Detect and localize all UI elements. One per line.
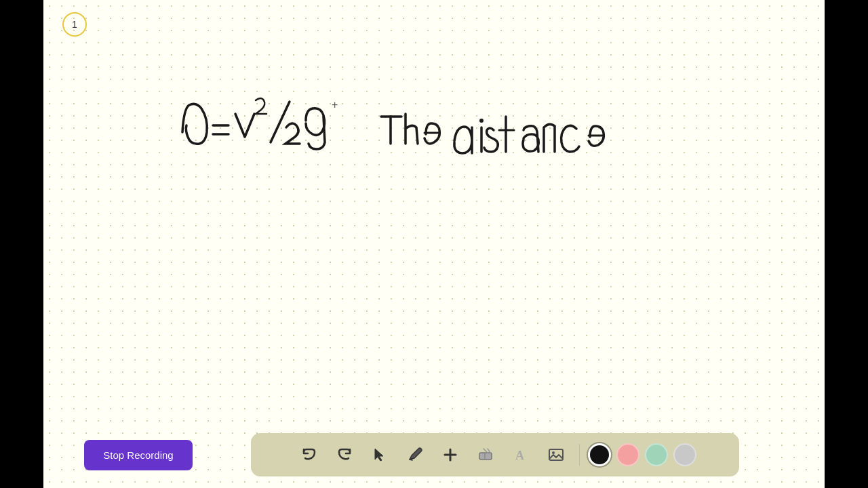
- text-drawing: [376, 108, 606, 169]
- page-number-indicator: 1: [62, 12, 87, 37]
- eraser-icon: [478, 447, 493, 462]
- eraser-button[interactable]: [471, 440, 500, 470]
- undo-button[interactable]: [294, 440, 324, 470]
- select-icon: [372, 447, 387, 462]
- bottom-bar: Stop Recording: [43, 428, 825, 488]
- add-icon: [443, 447, 458, 462]
- text-icon: A: [513, 447, 528, 462]
- stop-recording-button[interactable]: Stop Recording: [84, 440, 193, 470]
- image-button[interactable]: [541, 440, 571, 470]
- formula-drawing: +: [176, 88, 352, 169]
- svg-text:+: +: [332, 99, 338, 110]
- color-mint[interactable]: [645, 443, 668, 466]
- select-button[interactable]: [365, 440, 395, 470]
- redo-button[interactable]: [330, 440, 359, 470]
- svg-point-19: [552, 451, 555, 454]
- color-black[interactable]: [588, 443, 611, 466]
- pen-button[interactable]: [400, 440, 430, 470]
- svg-point-7: [479, 119, 484, 123]
- page-number-text: 1: [72, 19, 77, 30]
- redo-icon: [336, 447, 353, 463]
- svg-line-2: [271, 102, 290, 142]
- image-icon: [548, 447, 564, 463]
- pen-icon: [408, 447, 422, 462]
- svg-rect-15: [479, 453, 492, 460]
- text-button[interactable]: A: [506, 440, 536, 470]
- svg-line-12: [410, 460, 412, 460]
- color-gray[interactable]: [673, 443, 696, 466]
- color-pink[interactable]: [616, 443, 639, 466]
- undo-icon: [301, 447, 317, 463]
- svg-rect-18: [549, 449, 563, 460]
- toolbar-divider: [579, 444, 580, 466]
- svg-text:A: A: [515, 449, 524, 462]
- add-button[interactable]: [435, 440, 465, 470]
- drawing-toolbar: A: [251, 433, 739, 476]
